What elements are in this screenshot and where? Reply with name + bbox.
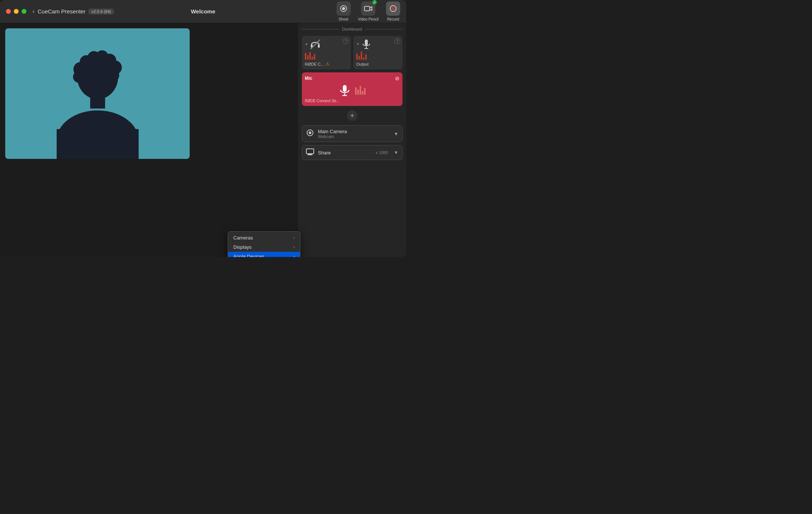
context-menu: Cameras › Displays › Apple Devices › xyxy=(228,231,300,257)
menu-cameras-label: Cameras xyxy=(233,235,253,241)
mic-card[interactable]: Mic ⊘ RØDE Connect Str... xyxy=(302,72,402,106)
svg-rect-30 xyxy=(307,154,313,155)
menu-item-cameras[interactable]: Cameras › xyxy=(228,233,300,242)
context-menu-container: Cameras › Displays › Apple Devices › xyxy=(228,231,300,257)
app-title: CueCam Presenter xyxy=(38,8,85,15)
shoot-label: Shoot xyxy=(339,17,348,21)
camera-card-icon xyxy=(306,129,314,139)
main-content: Dashboard ? ▼ xyxy=(0,23,406,257)
share-card-icon xyxy=(306,148,314,157)
svg-rect-20 xyxy=(365,40,368,46)
camera-name: Main Camera xyxy=(318,129,390,134)
audio-input-help[interactable]: ? xyxy=(343,38,349,44)
audio-input-dropdown[interactable]: ▼ xyxy=(305,43,308,46)
menu-displays-label: Displays xyxy=(233,244,252,250)
mic-card-top: Mic ⊘ xyxy=(305,75,399,81)
audio-output-help[interactable]: ? xyxy=(394,38,400,44)
audio-row: ? ▼ xyxy=(302,36,402,69)
shoot-button[interactable]: Shoot xyxy=(337,1,351,21)
svg-point-12 xyxy=(107,69,119,81)
share-label: Share xyxy=(318,150,372,156)
video-pencil-button[interactable]: ✓ Video Pencil xyxy=(358,1,379,21)
sidebar: Dashboard ? ▼ xyxy=(298,23,406,257)
svg-rect-2 xyxy=(364,6,370,11)
mic-mute-icon: ⊘ xyxy=(395,75,399,81)
svg-rect-18 xyxy=(318,44,320,48)
toolbar-right: Shoot ✓ Video Pencil Record xyxy=(337,1,400,21)
add-source-row: + xyxy=(302,109,402,122)
menu-apple-devices-label: Apple Devices xyxy=(233,254,264,257)
svg-rect-16 xyxy=(57,129,139,159)
apple-devices-arrow-icon: › xyxy=(294,254,295,257)
video-pencil-icon: ✓ xyxy=(361,1,375,16)
camera-dropdown-arrow[interactable]: ▼ xyxy=(394,131,398,137)
menu-item-displays[interactable]: Displays › xyxy=(228,242,300,252)
svg-rect-28 xyxy=(306,149,314,154)
svg-rect-23 xyxy=(343,85,347,92)
microphone-output-icon xyxy=(361,39,372,49)
audio-input-card[interactable]: ? ▼ xyxy=(302,36,351,69)
maximize-button[interactable] xyxy=(22,9,26,14)
audio-output-label: Output xyxy=(356,62,369,66)
video-pencil-label: Video Pencil xyxy=(358,17,379,21)
svg-point-1 xyxy=(342,7,345,10)
audio-input-bars xyxy=(305,52,315,60)
share-card[interactable]: Share x 1080 ▼ Cameras › Displays › xyxy=(302,145,402,160)
camera-card[interactable]: Main Camera Webcam ▼ xyxy=(302,125,402,142)
shoot-icon xyxy=(337,1,351,16)
mic-icon xyxy=(339,84,351,96)
record-button[interactable]: Record xyxy=(386,1,400,21)
mic-bars xyxy=(355,86,366,95)
titlebar: ‹ CueCam Presenter v2.0.4 (94) Welcome S… xyxy=(0,0,406,23)
audio-input-label: RØDE C... ⚠ xyxy=(305,62,329,66)
add-source-button[interactable]: + xyxy=(347,110,357,121)
dashboard-label: Dashboard xyxy=(302,27,402,31)
displays-arrow-icon: › xyxy=(294,245,295,249)
version-badge: v2.0.4 (94) xyxy=(88,9,114,15)
share-dropdown-arrow[interactable]: ▼ xyxy=(394,150,398,155)
audio-output-dropdown[interactable]: ▼ xyxy=(356,42,360,46)
svg-rect-14 xyxy=(90,95,105,109)
close-button[interactable] xyxy=(6,9,11,14)
traffic-lights xyxy=(6,9,26,14)
minimize-button[interactable] xyxy=(14,9,19,14)
camera-sub: Webcam xyxy=(318,134,390,139)
camera-view xyxy=(5,28,190,159)
record-label: Record xyxy=(387,17,399,21)
menu-item-apple-devices[interactable]: Apple Devices › xyxy=(228,252,300,257)
svg-point-13 xyxy=(73,71,85,83)
record-icon xyxy=(386,1,400,16)
back-button[interactable]: ‹ xyxy=(32,7,35,15)
camera-card-info: Main Camera Webcam xyxy=(318,129,390,139)
warning-icon: ⚠ xyxy=(326,62,329,66)
mic-device-label: RØDE Connect Str... xyxy=(305,99,399,103)
audio-output-bars xyxy=(356,51,367,60)
cameras-arrow-icon: › xyxy=(294,236,295,240)
headphone-icon xyxy=(310,39,321,50)
svg-point-4 xyxy=(392,7,395,10)
audio-output-card[interactable]: ? ▼ Ou xyxy=(353,36,402,69)
mic-label: Mic xyxy=(305,76,312,81)
person-silhouette xyxy=(42,43,154,159)
window-title: Welcome xyxy=(191,8,215,15)
camera-area xyxy=(0,23,298,257)
svg-point-27 xyxy=(309,132,312,134)
resolution-label: x 1080 xyxy=(376,150,388,155)
